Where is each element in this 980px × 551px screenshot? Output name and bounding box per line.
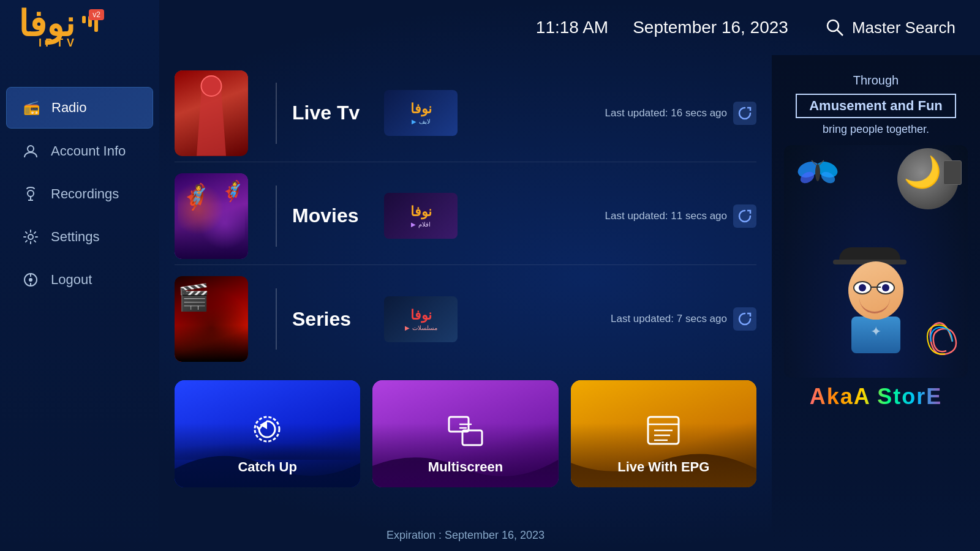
live-tv-thumbnail — [175, 70, 248, 156]
panel-tagline1: Through — [853, 73, 899, 88]
sidebar-label-recordings: Recordings — [51, 186, 119, 202]
multiscreen-label: Multiscreen — [428, 459, 503, 475]
expiration-label: Expiration : September 16, 2023 — [386, 529, 545, 541]
recordings-icon — [21, 185, 40, 203]
header-date: September 16, 2023 — [633, 18, 788, 37]
illustration-area: 🌙 — [784, 145, 968, 378]
movies-logo: نوفا ▶ افلام — [384, 193, 605, 239]
app-logo: نوفا IPTV v2 — [18, 6, 116, 73]
live-tv-label: Live Tv — [292, 102, 366, 124]
movies-update-text: Last updated: 11 secs ago — [605, 210, 727, 222]
svg-point-2 — [28, 146, 34, 152]
version-badge: v2 — [89, 9, 104, 20]
sidebar-label-account: Account Info — [51, 143, 126, 159]
movies-update: Last updated: 11 secs ago — [605, 204, 756, 228]
svg-point-4 — [28, 234, 33, 239]
divider-movies — [276, 186, 277, 247]
series-label: Series — [292, 308, 366, 331]
category-row-series[interactable]: 🎬 Series نوفا ▶ مسلسلات Last updated: 7 … — [175, 270, 756, 368]
sidebar: 📻 Radio Account Info Recordings — [0, 0, 159, 551]
divider-live — [276, 83, 277, 144]
catchup-label: Catch Up — [238, 459, 297, 475]
live-tv-refresh-button[interactable] — [733, 102, 756, 125]
live-tv-logo: نوفا ▶ لايف — [384, 90, 605, 136]
expiration-text: Expiration : September 16, 2023 — [159, 529, 772, 542]
live-tv-update: Last updated: 16 secs ago — [605, 102, 756, 125]
svg-point-6 — [29, 278, 32, 282]
brand-text: AkaA StorE — [810, 384, 943, 410]
sidebar-item-logout[interactable]: Logout — [6, 260, 153, 300]
header: 11:18 AM September 16, 2023 Master Searc… — [0, 0, 980, 55]
right-panel: Through Amusement and Fun bring people t… — [772, 55, 980, 551]
search-icon — [825, 18, 845, 37]
sidebar-item-recordings[interactable]: Recordings — [6, 174, 153, 214]
bottom-cards: Catch Up Multiscreen — [175, 380, 756, 487]
divider-series — [276, 288, 277, 350]
live-tv-update-text: Last updated: 16 secs ago — [605, 107, 727, 119]
search-button[interactable]: Master Search — [825, 18, 956, 37]
series-refresh-button[interactable] — [733, 307, 756, 331]
epg-card[interactable]: Live With EPG — [571, 380, 756, 487]
logout-icon — [21, 271, 40, 289]
multiscreen-icon — [448, 416, 483, 453]
movies-thumbnail: 🦸 🦸 — [175, 173, 248, 259]
radio-icon: 📻 — [22, 99, 40, 117]
series-thumbnail: 🎬 — [175, 276, 248, 362]
settings-icon — [21, 228, 40, 246]
svg-rect-9 — [462, 430, 482, 445]
sidebar-label-radio: Radio — [51, 100, 86, 116]
catchup-card[interactable]: Catch Up — [175, 380, 360, 487]
series-logo: نوفا ▶ مسلسلات — [384, 296, 611, 342]
sidebar-item-settings[interactable]: Settings — [6, 217, 153, 257]
svg-point-3 — [28, 190, 34, 197]
search-label: Master Search — [852, 18, 956, 37]
multiscreen-card[interactable]: Multiscreen — [372, 380, 558, 487]
panel-highlight: Amusement and Fun — [796, 94, 956, 118]
svg-point-0 — [827, 20, 839, 31]
series-update-text: Last updated: 7 secs ago — [611, 313, 727, 325]
svg-point-19 — [815, 164, 820, 181]
category-row-live-tv[interactable]: Live Tv نوفا ▶ لايف Last updated: 16 sec… — [175, 64, 756, 162]
header-time: 11:18 AM — [536, 18, 608, 37]
movies-refresh-button[interactable] — [733, 204, 756, 228]
sidebar-label-settings: Settings — [51, 229, 100, 245]
epg-icon — [646, 414, 681, 453]
series-update: Last updated: 7 secs ago — [611, 307, 756, 331]
sidebar-item-account-info[interactable]: Account Info — [6, 131, 153, 171]
movies-label: Movies — [292, 204, 366, 227]
catchup-icon — [251, 413, 284, 453]
category-row-movies[interactable]: 🦸 🦸 Movies نوفا ▶ افلام Last updated: 11… — [175, 167, 756, 265]
sidebar-item-radio[interactable]: 📻 Radio — [6, 87, 153, 129]
sidebar-label-logout: Logout — [51, 272, 92, 288]
account-icon — [21, 142, 40, 160]
svg-line-1 — [837, 30, 843, 36]
panel-tagline2: bring people together. — [823, 123, 929, 136]
main-content: Live Tv نوفا ▶ لايف Last updated: 16 sec… — [159, 55, 772, 551]
epg-label: Live With EPG — [617, 459, 709, 475]
